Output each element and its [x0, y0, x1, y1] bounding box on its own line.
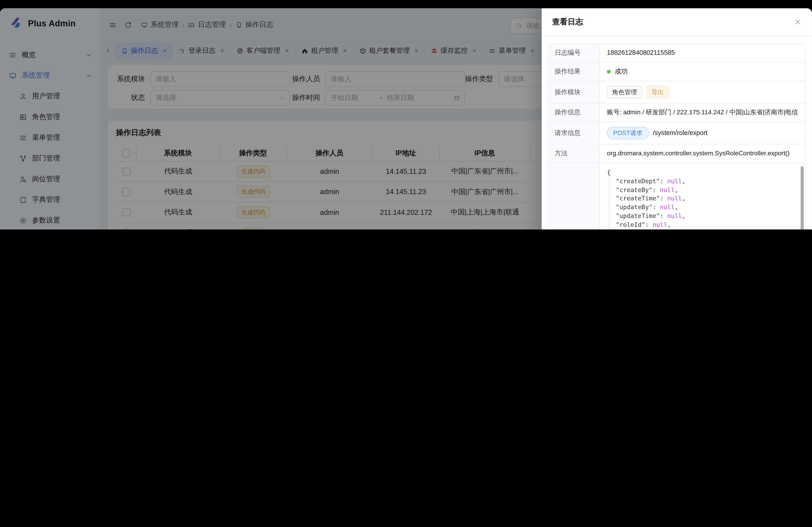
result-value: 成功: [615, 67, 627, 76]
request-params-json[interactable]: {"createDept": null,"createBy": null,"cr…: [600, 163, 805, 229]
json-scrollbar[interactable]: [800, 165, 804, 229]
json-line: "updateBy": null,: [616, 203, 798, 212]
drawer-header: 查看日志: [542, 8, 812, 36]
post-method-tag: POST请求: [607, 127, 649, 139]
operation-info-value: 账号: admin / 研发部门 / 222.175.114.242 / 中国|…: [600, 104, 805, 121]
log-details-table: 日志编号 1882612840802115585 操作结果 成功 操作模块 角色…: [548, 44, 806, 229]
screen: Plus Admin 概览系统管理用户管理角色管理菜单管理部门管理岗位管理字典管…: [0, 0, 812, 229]
success-dot-icon: [607, 70, 611, 74]
json-line: "createBy": null,: [616, 185, 798, 194]
detail-row-result: 操作结果 成功: [548, 63, 805, 81]
method-value: org.dromara.system.controller.system.Sys…: [600, 145, 805, 163]
request-url: /system/role/export: [653, 129, 707, 137]
detail-row-params: 请求参数 {"createDept": null,"createBy": nul…: [548, 163, 805, 229]
detail-row-log-id: 日志编号 1882612840802115585: [548, 44, 805, 63]
detail-row-request: 请求信息 POST请求 /system/role/export: [548, 122, 805, 145]
log-id-value: 1882612840802115585: [600, 44, 805, 62]
drawer-title: 查看日志: [552, 17, 583, 27]
detail-row-method: 方法 org.dromara.system.controller.system.…: [548, 145, 805, 163]
drawer-body: 日志编号 1882612840802115585 操作结果 成功 操作模块 角色…: [542, 36, 812, 229]
action-tag: 导出: [646, 86, 669, 98]
json-line: "roleName": null,: [616, 229, 798, 229]
detail-row-module: 操作模块 角色管理 导出: [548, 81, 805, 104]
app-window: Plus Admin 概览系统管理用户管理角色管理菜单管理部门管理岗位管理字典管…: [0, 8, 812, 229]
json-line: "updateTime": null,: [616, 212, 798, 221]
module-tag: 角色管理: [607, 86, 642, 98]
json-line: "roleId": null,: [616, 221, 798, 229]
close-icon[interactable]: [794, 18, 802, 26]
scrollbar-thumb[interactable]: [800, 166, 804, 229]
json-line: "createDept": null,: [616, 177, 798, 186]
view-log-drawer: 查看日志 日志编号 1882612840802115585 操作结果 成功 操作…: [542, 8, 812, 229]
json-line: "createTime": null,: [616, 194, 798, 203]
detail-row-info: 操作信息 账号: admin / 研发部门 / 222.175.114.242 …: [548, 104, 805, 122]
